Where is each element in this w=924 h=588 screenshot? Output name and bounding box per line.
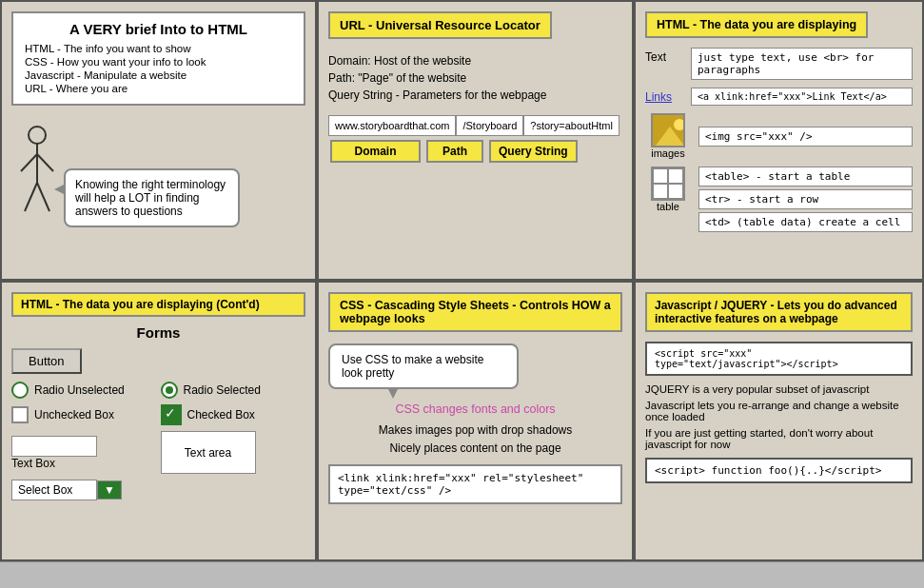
radio-selected-icon[interactable] — [161, 382, 178, 399]
text-area-label: Text area — [185, 446, 231, 460]
stick-figure-icon — [13, 126, 61, 230]
svg-line-2 — [21, 154, 37, 171]
css-bubble: Use CSS to make a website look pretty — [328, 343, 519, 389]
text-code: just type text, use <br> for paragraphs — [691, 48, 913, 80]
intro-line-3: Javascript - Manipulate a website — [25, 69, 292, 81]
table-codes: <table> - start a table <tr> - start a r… — [698, 167, 913, 235]
css-bullets: Makes images pop with drop shadows Nicel… — [328, 423, 622, 455]
checked-box-item: Checked Box — [161, 404, 306, 425]
css-code-text: <link xlink:href="xxx" rel="stylesheet" … — [338, 472, 583, 497]
html-links-row: Links <a xlink:href="xxx">Link Text</a> — [645, 88, 913, 106]
table-code-1: <table> - start a table — [698, 167, 913, 186]
unchecked-box-label: Unchecked Box — [34, 408, 114, 421]
speech-bubble: Knowing the right terminology will help … — [64, 168, 240, 227]
css-header: CSS - Cascading Style Sheets - Controls … — [328, 292, 622, 332]
panel-html-intro: A VERY brief Into to HTML HTML - The inf… — [0, 0, 317, 281]
css-pink-text: CSS changes fonts and colors — [328, 402, 622, 416]
intro-title: A VERY brief Into to HTML — [25, 21, 292, 37]
js-code-1: <script src="xxx" type="text/javascript"… — [645, 342, 913, 376]
bubble-text: Knowing the right terminology will help … — [75, 178, 226, 218]
images-code: <img src="xxx" /> — [698, 127, 913, 147]
url-header: URL - Universal Resource Locator — [328, 11, 552, 39]
url-bar: www.storyboardthat.com /Storyboard ?stor… — [328, 115, 622, 136]
url-desc-query: Query String - Parameters for the webpag… — [328, 88, 622, 102]
html-text-row: Text just type text, use <br> for paragr… — [645, 48, 913, 80]
text-box-item: Text Box — [11, 431, 157, 474]
js-code-1-line1: <script src="xxx" — [655, 348, 903, 359]
js-code-2: <script> function foo(){..}</script> — [645, 458, 913, 483]
url-path-value: /Storyboard — [456, 115, 523, 136]
css-bullet-1: Makes images pop with drop shadows — [328, 423, 622, 437]
button-demo[interactable]: Button — [11, 348, 82, 374]
unchecked-box-item: Unchecked Box — [11, 404, 157, 425]
js-text-3: If you are just getting started, don't w… — [645, 427, 913, 450]
svg-line-3 — [37, 154, 53, 171]
svg-point-8 — [674, 119, 685, 130]
text-area-item: Text area — [161, 431, 306, 474]
radio-selected-item: Radio Selected — [161, 382, 306, 399]
panel-html-data: HTML - The data you are displaying Text … — [634, 0, 924, 281]
svg-point-0 — [29, 127, 46, 144]
panel-css: CSS - Cascading Style Sheets - Controls … — [317, 281, 634, 561]
js-code-1-line2: type="text/javascript"></script> — [655, 359, 903, 369]
url-label-row: Domain Path Query String — [328, 140, 622, 163]
url-domain-value: www.storyboardthat.com — [328, 115, 456, 136]
intro-box: A VERY brief Into to HTML HTML - The inf… — [11, 11, 305, 106]
textarea-demo[interactable]: Text area — [161, 431, 256, 474]
table-code-3: <td> (table data) create a cell — [698, 212, 913, 232]
radio-unselected-item: Radio Unselected — [11, 382, 157, 399]
css-bullet-2: Nicely places content on the page — [328, 441, 622, 455]
intro-line-1: HTML - The info you want to show — [25, 43, 292, 54]
url-desc-path: Path: "Page" of the website — [328, 71, 622, 85]
images-label: images — [651, 147, 684, 159]
select-box-input[interactable]: Select Box — [11, 480, 97, 500]
radio-unselected-icon[interactable] — [11, 382, 29, 399]
js-text-2: Javascript lets you re-arrange and chang… — [645, 400, 913, 422]
svg-line-5 — [37, 183, 49, 211]
path-label: Path — [426, 140, 483, 163]
radio-unselected-label: Radio Unselected — [34, 383, 125, 397]
image-icon — [651, 113, 685, 147]
checked-box-label: Checked Box — [187, 408, 255, 421]
forms-title: Forms — [11, 324, 305, 341]
table-code-2: <tr> - start a row — [698, 189, 913, 209]
cont-header: HTML - The data you are displaying (Cont… — [11, 292, 305, 317]
js-header: Javascript / JQUERY - Lets you do advanc… — [645, 292, 913, 332]
intro-line-2: CSS - How you want your info to look — [25, 56, 292, 68]
text-box-label: Text Box — [11, 457, 55, 470]
query-label: Query String — [489, 140, 578, 163]
svg-line-4 — [25, 183, 37, 211]
table-label: table — [657, 201, 679, 212]
html-images-row: images <img src="xxx" /> — [645, 113, 913, 159]
url-query-value: ?story=aboutHtml — [523, 115, 619, 136]
panel-url: URL - Universal Resource Locator Domain:… — [317, 0, 634, 281]
html-header: HTML - The data you are displaying — [645, 11, 868, 38]
checked-box-icon[interactable] — [161, 404, 182, 425]
text-label: Text — [645, 48, 683, 64]
radio-selected-label: Radio Selected — [184, 383, 261, 397]
links-label: Links — [645, 88, 683, 104]
panel-js: Javascript / JQUERY - Lets you do advanc… — [634, 281, 924, 561]
bottom-bar — [0, 561, 924, 588]
url-descriptions: Domain: Host of the website Path: "Page"… — [328, 54, 622, 102]
css-code-box: <link xlink:href="xxx" rel="stylesheet" … — [328, 464, 622, 504]
table-icon — [651, 167, 685, 201]
js-text-1: JQUERY is a very popular subset of javas… — [645, 383, 913, 395]
html-table-row: table <table> - start a table <tr> - sta… — [645, 167, 913, 235]
select-demo: Select Box ▼ — [11, 480, 305, 500]
unchecked-box-icon[interactable] — [11, 406, 29, 423]
links-code: <a xlink:href="xxx">Link Text</a> — [691, 88, 913, 106]
url-desc-domain: Domain: Host of the website — [328, 54, 622, 68]
domain-label: Domain — [330, 140, 421, 163]
select-arrow-icon[interactable]: ▼ — [97, 480, 122, 500]
form-items-grid: Radio Unselected Radio Selected Unchecke… — [11, 382, 305, 474]
intro-line-4: URL - Where you are — [25, 83, 292, 94]
select-box-label: Select Box — [18, 483, 72, 497]
text-input-demo[interactable] — [11, 436, 97, 457]
css-bubble-text: Use CSS to make a website look pretty — [342, 353, 483, 380]
panel-html-cont: HTML - The data you are displaying (Cont… — [0, 281, 317, 561]
